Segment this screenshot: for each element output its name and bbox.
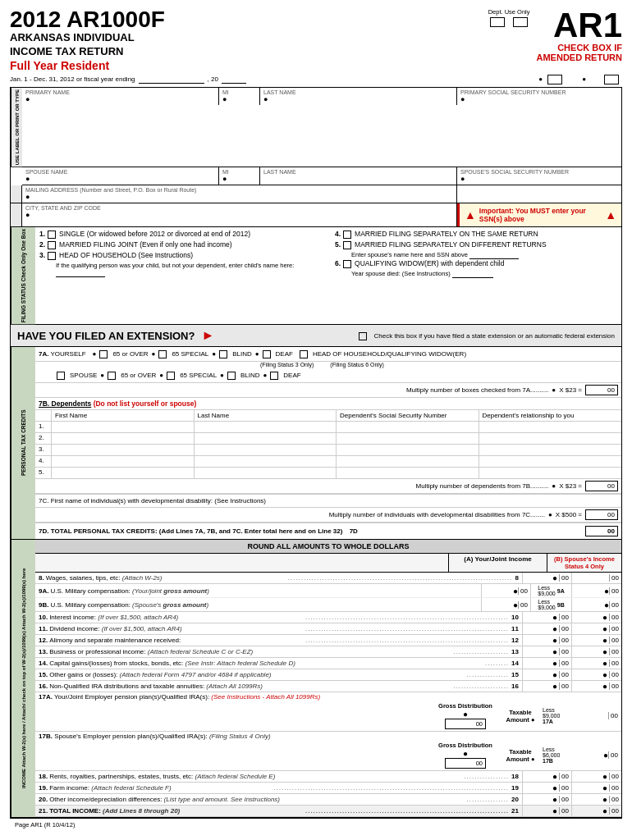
- primary-name-row: USE LABEL OR PRINT OR TYPE PRIMARY NAME …: [11, 88, 621, 167]
- line15-amount-a: ● 00: [523, 669, 572, 680]
- filing-checkbox-3[interactable]: [48, 252, 56, 260]
- use-label-side: USE LABEL OR PRINT OR TYPE: [11, 88, 22, 167]
- line19-amount-a: ● 00: [523, 783, 572, 793]
- form-header: 2012 AR1000F ARKANSAS INDIVIDUAL INCOME …: [10, 8, 622, 72]
- line18-amount-b: ● 00: [572, 771, 621, 782]
- address-row: MAILING ADDRESS (Number and Street, P.O.…: [11, 185, 621, 203]
- checkbox-spouse-over65[interactable]: [108, 372, 116, 380]
- spouse-name-row: SPOUSE NAME ● MI ● LAST NAME SPOUSE'S SO…: [22, 167, 621, 185]
- checkbox-yourself-special[interactable]: [158, 350, 167, 358]
- title-block: 2012 AR1000F ARKANSAS INDIVIDUAL INCOME …: [10, 8, 482, 72]
- credit-yourself: YOURSELF: [50, 350, 85, 358]
- personal-tax-credits-section: PERSONAL TAX CREDITS 7A. YOURSELF ● 65 o…: [11, 347, 621, 540]
- dept-box-2: [513, 17, 528, 27]
- city-row: CITY, STATE AND ZIP CODE ● ▲ Important: …: [11, 203, 621, 227]
- form-subtitle2: INCOME TAX RETURN: [10, 45, 482, 59]
- income-line-20: 20. Other income/depreciation difference…: [35, 794, 621, 806]
- line12-amount-b: ● 00: [572, 635, 621, 646]
- filing-checkbox-6[interactable]: [343, 260, 351, 268]
- income-line-17a: 17A. Your/Joint Employer pension plan(s)…: [35, 692, 621, 732]
- line14-amount-b: ● 00: [572, 658, 621, 669]
- line10-amount-a: ● 00: [523, 612, 572, 623]
- income-line-19: 19. Farm income: (Attach federal Schedul…: [35, 783, 621, 794]
- line8-amount-a: ● 00: [523, 573, 572, 583]
- credits-7c: 7C. First name of individual(s) with dev…: [35, 494, 621, 508]
- mi-cell: MI ●: [219, 88, 260, 105]
- check-box-if-label: CHECK BOX IF AMENDED RETURN: [537, 43, 623, 62]
- income-column-headers: (A) Your/Joint Income (B) Spouse's Incom…: [35, 554, 621, 573]
- checkbox-yourself-deaf[interactable]: [263, 350, 271, 358]
- line13-amount-a: ● 00: [523, 646, 572, 657]
- filing-checkbox-1[interactable]: [48, 231, 56, 239]
- line20-amount-a: ● 00: [523, 794, 572, 805]
- ar1-block: AR1 CHECK BOX IF AMENDED RETURN: [537, 8, 623, 72]
- credits-side-label: PERSONAL TAX CREDITS: [11, 347, 35, 539]
- extension-banner: HAVE YOU FILED AN EXTENSION? ► Check thi…: [11, 325, 621, 347]
- credits-content: 7A. YOURSELF ● 65 or OVER ● 65 SPECIAL ●…: [35, 347, 621, 539]
- spouse-ssn-line: Enter spouse's name here and SSN above: [335, 251, 617, 259]
- over65-label: 65 or OVER: [112, 350, 148, 358]
- fiscal-year-text: Jan. 1 - Dec. 31, 2012 or fiscal year en…: [10, 75, 135, 83]
- checkbox-spouse[interactable]: [57, 372, 65, 380]
- credits-7d-amount: 00: [585, 526, 618, 536]
- credits-7a-amount: 00: [585, 385, 618, 395]
- primary-name-label: PRIMARY NAME: [25, 89, 215, 95]
- income-line-17b: 17B. Spouse's Employer pension plan(s)/Q…: [35, 732, 621, 771]
- line10-amount-b: ● 00: [572, 612, 621, 623]
- income-line-15: 15. Other gains or (losses): (Attach fed…: [35, 669, 621, 681]
- spouse-ssn-cell: SPOUSE'S SOCIAL SECURITY NUMBER ●: [457, 167, 621, 185]
- arrow-icon: ►: [201, 328, 214, 343]
- dep-row-3: 3.: [35, 445, 621, 456]
- line21-amount-a: ● 00: [523, 806, 572, 816]
- checkbox-spouse-deaf[interactable]: [270, 372, 278, 380]
- dep-row-1: 1.: [35, 422, 621, 433]
- income-line-13: 13. Business or professional income: (At…: [35, 646, 621, 658]
- round-amounts-header: ROUND ALL AMOUNTS TO WHOLE DOLLARS: [35, 540, 621, 554]
- checkbox-spouse-blind[interactable]: [227, 372, 236, 380]
- checkbox-head-household[interactable]: [300, 350, 308, 358]
- dep-row-4: 4.: [35, 456, 621, 468]
- filing-item-2: 2. MARRIED FILING JOINT (Even if only on…: [39, 240, 328, 249]
- main-form: USE LABEL OR PRINT OR TYPE PRIMARY NAME …: [10, 87, 622, 818]
- city-cell: CITY, STATE AND ZIP CODE ●: [22, 203, 457, 226]
- filing-checkbox-4[interactable]: [343, 231, 351, 239]
- checkbox-yourself-blind[interactable]: [219, 350, 227, 358]
- dep-header: 7B. Dependents (Do not list yourself or …: [35, 398, 621, 410]
- line8-amount-b: 00: [572, 573, 621, 583]
- filing-item-4: 4. MARRIED FILING SEPARATELY ON THE SAME…: [335, 230, 617, 239]
- income-line-10: 10. Interest income: (If over $1,500, at…: [35, 612, 621, 623]
- income-line-12: 12. Alimony and separate maintenance rec…: [35, 635, 621, 646]
- income-line-11: 11. Dividend income: (If over $1,500, at…: [35, 623, 621, 635]
- primary-name-cell: PRIMARY NAME ●: [22, 88, 219, 105]
- income-line-8: 8. Wages, salaries, tips, etc: (Attach W…: [35, 573, 621, 584]
- filing-checkbox-2[interactable]: [48, 241, 56, 249]
- credits-7a-yourself-row: 7A. YOURSELF ● 65 or OVER ● 65 SPECIAL ●…: [35, 347, 621, 362]
- line18-amount-a: ● 00: [523, 771, 572, 782]
- dept-box-1: [490, 17, 505, 27]
- credits-7c-multiply: Multiply number of individuals with deve…: [35, 508, 621, 523]
- dep-row-2: 2.: [35, 433, 621, 445]
- filing-item-1: 1. SINGLE (Or widowed before 2012 or div…: [39, 230, 328, 239]
- credits-7a-multiply: Multiply number of boxes checked from 7A…: [35, 383, 621, 398]
- credits-7c-amount: 00: [585, 509, 618, 520]
- credits-7a-spouse-row: SPOUSE ● 65 or OVER ● 65 SPECIAL ● BLIND…: [35, 368, 621, 383]
- line21-amount-b: ● 00: [572, 806, 621, 816]
- income-line-21-total: 21. TOTAL INCOME: (Add Lines 8 through 2…: [35, 806, 621, 817]
- dept-use-label: Dept. Use Only: [488, 8, 530, 16]
- fiscal-year-row: Jan. 1 - Dec. 31, 2012 or fiscal year en…: [10, 75, 622, 84]
- dept-use-block: Dept. Use Only: [488, 8, 530, 72]
- checkbox-yourself-over65[interactable]: [99, 350, 108, 358]
- line11-amount-b: ● 00: [572, 623, 621, 634]
- filing-checkbox-5[interactable]: [343, 241, 351, 249]
- extension-checkbox[interactable]: [359, 332, 367, 340]
- footer: Page AR1 (R 10/4/12): [10, 818, 622, 831]
- filing-item-3-sub: If the qualifying person was your child,…: [39, 262, 328, 277]
- filing-item-6: 6. QUALIFYING WIDOW(ER) with dependent c…: [335, 259, 617, 268]
- line16-amount-a: ● 00: [523, 681, 572, 692]
- checkbox-spouse-special[interactable]: [167, 372, 175, 380]
- line19-amount-b: ● 00: [572, 783, 621, 793]
- form-subtitle1: ARKANSAS INDIVIDUAL: [10, 31, 482, 45]
- credits-7b-amount: 00: [585, 481, 618, 491]
- col-b-header: (B) Spouse's Income Status 4 Only: [547, 554, 621, 572]
- line11-amount-a: ● 00: [523, 623, 572, 634]
